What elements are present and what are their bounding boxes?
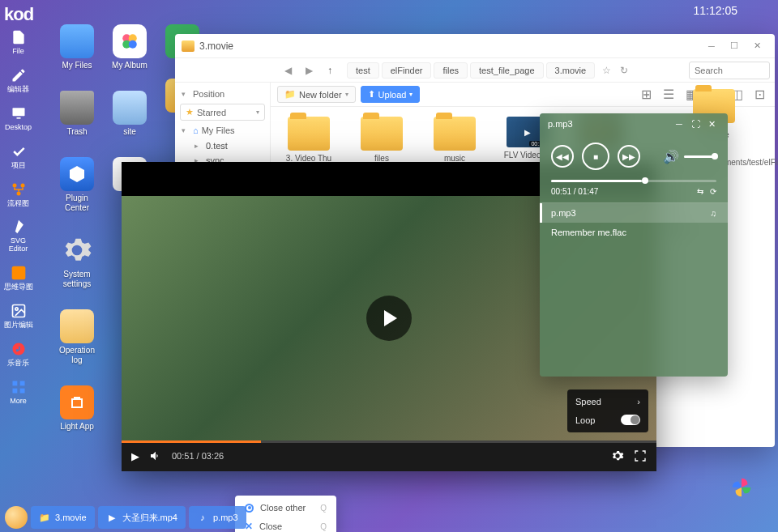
dock-mindmap[interactable]: 思维导图 [4, 264, 33, 292]
svg-rect-11 [19, 389, 24, 394]
folder-icon [288, 117, 330, 151]
file-item-folder[interactable]: files [353, 117, 410, 163]
nav-back-button[interactable]: ◀ [279, 62, 297, 79]
prev-button[interactable]: ◀◀ [551, 145, 574, 168]
audio-player-window: p.mp3 ─ ⛶ ✕ ◀◀ ■ ▶▶ 🔊 00:51 / 01:47 ⇆ ⟳ … [540, 113, 728, 377]
svg-point-4 [16, 191, 20, 195]
folder-icon [434, 117, 476, 151]
desktop-operation-log[interactable]: Operation log [53, 309, 101, 365]
minimize-button[interactable]: ─ [700, 38, 723, 54]
sidebar-starred[interactable]: ★Starred▾ [180, 104, 265, 121]
next-button[interactable]: ▶▶ [618, 145, 640, 168]
file-item-folder[interactable]: music [426, 117, 483, 163]
dock-image-edit[interactable]: 图片编辑 [4, 302, 33, 330]
explorer-toolbar: ◀ ▶ ↑ test elFinder files test_file_page… [175, 58, 775, 83]
file-item-folder[interactable]: 3. Video Thu [280, 117, 337, 163]
folder-icon [182, 40, 194, 52]
dock-editor[interactable]: 编辑器 [7, 66, 29, 94]
volume-icon[interactable]: 🔊 [663, 149, 679, 164]
dock-music[interactable]: 乐音乐 [7, 340, 29, 368]
speed-option[interactable]: Speed› [567, 393, 648, 411]
gear-icon [60, 233, 94, 267]
toggle-switch[interactable] [621, 415, 640, 425]
audio-time: 00:51 / 01:47 [551, 187, 697, 196]
explorer-title: 3.movie [199, 40, 700, 52]
log-icon [60, 309, 94, 343]
play-pause-button[interactable]: ▶ [131, 450, 139, 462]
video-icon: ▶ [106, 512, 118, 523]
taskbar-item[interactable]: 📁3.movie [31, 506, 95, 529]
view-icons-button[interactable]: ⊞ [637, 87, 655, 103]
video-controls: ▶ 00:51 / 03:26 [122, 440, 656, 471]
refresh-button[interactable]: ↻ [615, 62, 633, 79]
dock-file[interactable]: File [10, 28, 28, 56]
breadcrumb-item[interactable]: test [347, 62, 379, 79]
audio-title: p.mp3 [548, 119, 671, 129]
trash-icon [60, 91, 94, 125]
audio-titlebar[interactable]: p.mp3 ─ ⛶ ✕ [540, 113, 728, 134]
minimize-button[interactable]: ─ [671, 119, 687, 129]
sidebar-position[interactable]: ▾Position [175, 86, 270, 102]
svg-point-15 [129, 40, 137, 49]
search-input[interactable] [689, 62, 770, 79]
dock-svg[interactable]: SVG Editor [0, 218, 36, 253]
volume-button[interactable] [149, 449, 162, 462]
breadcrumb-item[interactable]: files [434, 62, 468, 79]
video-time: 00:51 / 03:26 [172, 451, 224, 461]
pinwheel-icon[interactable] [729, 475, 754, 500]
folder-plus-icon: 📁 [284, 89, 296, 100]
desktop-plugin-center[interactable]: Plugin Center [53, 157, 101, 213]
shuffle-button[interactable]: ⇆ [697, 187, 703, 196]
edit-icon [10, 66, 28, 84]
star-button[interactable]: ☆ [597, 62, 615, 79]
upload-button[interactable]: ⬆Upload▾ [361, 86, 421, 103]
dock-flow[interactable]: 流程图 [7, 181, 29, 208]
settings-button[interactable] [611, 449, 624, 462]
volume-slider[interactable] [684, 155, 716, 158]
breadcrumb-item[interactable]: 3.movie [546, 62, 596, 79]
audio-progress-bar[interactable] [551, 180, 716, 182]
breadcrumb-item[interactable]: elFinder [382, 62, 432, 79]
playlist-item[interactable]: p.mp3♫ [540, 203, 728, 223]
stop-button[interactable]: ■ [582, 143, 609, 170]
brand-logo: kod [4, 4, 33, 25]
close-button[interactable]: ✕ [746, 38, 768, 54]
nav-forward-button[interactable]: ▶ [300, 62, 318, 79]
dock-desktop[interactable]: Desktop [5, 104, 32, 132]
loop-option[interactable]: Loop [567, 411, 648, 429]
dock-project[interactable]: 项目 [10, 143, 28, 170]
audio-playlist: p.mp3♫ Remember me.flac [540, 202, 728, 377]
dock-more[interactable]: More [10, 378, 28, 406]
fullscreen-button[interactable] [634, 449, 647, 462]
left-dock: File 编辑器 Desktop 项目 流程图 SVG Editor 思维导图 … [0, 24, 36, 406]
chevron-right-icon: › [637, 397, 640, 406]
taskbar-item[interactable]: ▶大圣归来.mp4 [98, 506, 186, 529]
breadcrumb: test elFinder files test_file_page 3.mov… [347, 62, 681, 79]
close-button[interactable]: ✕ [703, 119, 720, 130]
image-icon [10, 302, 28, 320]
video-progress-bar[interactable] [122, 440, 656, 443]
fullscreen-button[interactable]: ⛶ [687, 119, 703, 129]
sidebar-tree-item[interactable]: ▸0.test [175, 138, 270, 153]
desktop-light-app[interactable]: Light App [53, 385, 101, 432]
explorer-titlebar[interactable]: 3.movie ─ ☐ ✕ [175, 34, 775, 58]
grid-icon [10, 378, 28, 396]
desktop-trash[interactable]: Trash [53, 91, 101, 137]
folder-icon: 📁 [39, 512, 50, 523]
taskbar-item[interactable]: ♪p.mp3 [189, 506, 246, 529]
sidebar-myfiles[interactable]: ▾⌂My Files [175, 122, 270, 138]
user-avatar[interactable] [5, 506, 28, 529]
svg-point-7 [15, 308, 17, 310]
play-button[interactable] [366, 296, 412, 341]
desktop-my-files[interactable]: My Files [53, 24, 101, 70]
nav-up-button[interactable]: ↑ [321, 62, 339, 79]
maximize-button[interactable]: ☐ [723, 38, 746, 54]
new-folder-button[interactable]: 📁New folder▾ [277, 86, 356, 103]
repeat-button[interactable]: ⟳ [710, 187, 716, 196]
desktop-my-album[interactable]: My Album [105, 24, 154, 70]
playlist-item[interactable]: Remember me.flac [540, 223, 728, 242]
desktop-system-settings[interactable]: System settings [53, 233, 101, 289]
desktop-site[interactable]: site [105, 91, 154, 137]
audio-icon: ♪ [197, 512, 208, 523]
breadcrumb-item[interactable]: test_file_page [470, 62, 544, 79]
